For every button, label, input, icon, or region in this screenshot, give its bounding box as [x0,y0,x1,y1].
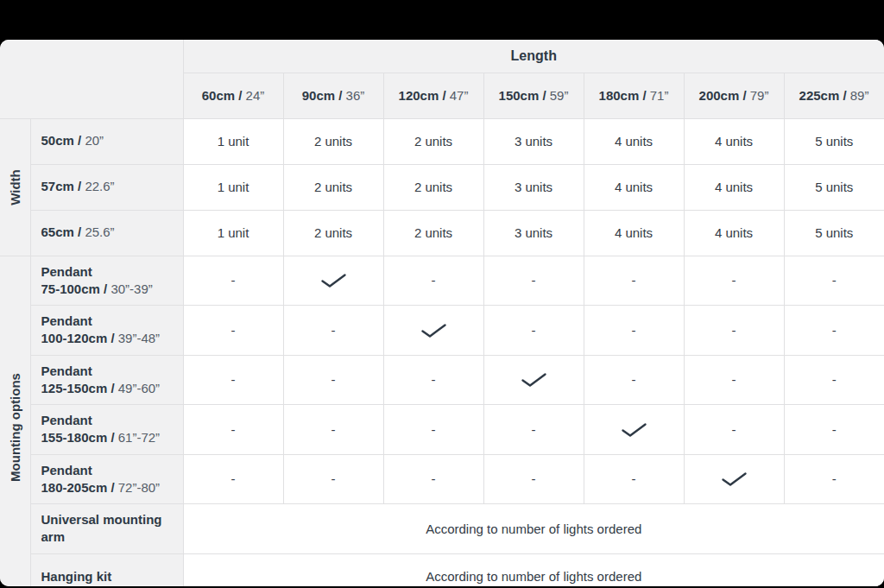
row-metric: 65cm / [41,224,82,239]
check-icon [320,273,347,288]
option-cell: - [784,256,884,306]
unit-cell: 4 units [584,118,684,164]
column-metric: 225cm / [799,88,847,103]
table-row-pendant-3: Pendant125-150cm / 49”-60” - - - - - - [0,355,884,405]
column-metric: 120cm / [399,88,446,103]
length-header-row: Length [0,40,884,73]
table-row-pendant-4: Pendant155-180cm / 61”-72” - - - - - - [0,405,884,455]
row-label: 65cm / 25.6” [30,210,183,256]
option-cell: - [483,454,584,504]
row-label: Pendant75-100cm / 30”-39” [30,256,183,306]
row-metric: 180-205cm / [41,480,115,495]
option-cell: - [283,306,383,356]
column-imperial: 79” [750,88,769,103]
table-row-hanging-kit: Hanging kit According to number of light… [0,553,884,586]
column-imperial: 71” [650,88,669,103]
row-imperial: 20” [85,133,104,148]
unit-cell: 1 unit [183,118,283,164]
row-label: Pendant180-205cm / 72”-80” [30,454,183,504]
check-icon [420,323,447,338]
mounting-axis-text: Mounting options [8,373,22,482]
row-title: Pendant [41,412,178,429]
row-metric: 57cm / [41,179,82,193]
option-cell: - [684,355,784,405]
row-title: Pendant [41,263,178,281]
table-row-pendant-1: Mounting options Pendant75-100cm / 30”-3… [0,256,884,306]
unit-cell: 4 units [584,210,684,256]
column-header: 180cm / 71” [584,73,684,118]
unit-cell: 3 units [483,164,584,210]
option-cell: - [183,306,283,356]
option-cell: - [584,355,684,405]
row-imperial: 49”-60” [118,381,160,395]
column-imperial: 89” [850,88,869,103]
check-icon [721,471,748,487]
row-imperial: 30”-39” [110,281,152,296]
unit-cell: 4 units [684,164,784,210]
unit-cell: 1 unit [183,210,283,256]
unit-cell: 2 units [383,210,483,256]
table-row-universal-mounting-arm: Universal mounting arm According to numb… [0,504,884,554]
unit-cell: 5 units [784,210,884,256]
unit-cell: 1 unit [183,164,283,210]
option-cell: - [584,454,684,504]
option-cell: - [784,405,884,455]
row-imperial: 72”-80” [118,480,160,495]
option-cell: - [784,355,884,405]
option-cell: - [383,454,483,504]
option-cell: - [383,256,483,306]
unit-cell: 2 units [283,118,383,164]
check-icon [621,422,647,438]
unit-cell: 5 units [784,118,884,164]
column-header: 225cm / 89” [784,73,884,118]
column-imperial: 24” [246,88,265,103]
option-cell: - [183,454,283,504]
row-imperial: 39”-48” [118,331,160,345]
column-metric: 200cm / [699,88,747,103]
column-metric: 90cm / [302,88,343,103]
corner-cell [0,40,183,118]
row-metric: 155-180cm / [41,430,115,445]
width-axis-label: Width [0,118,30,256]
row-label: 50cm / 20” [30,118,183,164]
accessory-value-cell: According to number of lights ordered [183,504,884,554]
mounting-axis-label: Mounting options [0,256,30,586]
column-header: 120cm / 47” [383,73,483,118]
length-axis-title: Length [183,40,884,73]
table-row-width-50: Width 50cm / 20” 1 unit 2 units 2 units … [0,118,884,164]
option-cell: - [183,355,283,405]
row-label: Pendant125-150cm / 49”-60” [30,355,183,405]
row-metric: 75-100cm / [41,281,108,296]
option-cell [584,405,684,455]
column-header: 90cm / 36” [283,73,383,118]
unit-cell: 4 units [584,164,684,210]
column-imperial: 36” [346,88,365,103]
row-label: Pendant100-120cm / 39”-48” [30,306,183,356]
option-cell: - [283,355,383,405]
column-metric: 150cm / [499,88,546,103]
option-cell: - [784,454,884,504]
table-row-width-65: 65cm / 25.6” 1 unit 2 units 2 units 3 un… [0,210,884,256]
table-row-width-57: 57cm / 22.6” 1 unit 2 units 2 units 3 un… [0,164,884,210]
row-title: Pendant [41,462,178,479]
option-cell: - [584,306,684,356]
option-cell: - [183,405,283,455]
spec-table: Length 60cm / 24” 90cm / 36” 120cm / 47”… [0,40,884,586]
option-cell: - [183,256,283,306]
row-metric: 50cm / [41,133,82,148]
row-imperial: 22.6” [85,179,114,193]
column-imperial: 59” [550,88,569,103]
option-cell: - [584,256,684,306]
unit-cell: 2 units [383,118,483,164]
row-label: Universal mounting arm [30,504,183,554]
column-header: 60cm / 24” [183,73,283,118]
option-cell: - [784,306,884,356]
option-cell [684,454,784,504]
unit-cell: 2 units [283,210,383,256]
option-cell: - [483,306,584,356]
unit-cell: 5 units [784,164,884,210]
spec-table-card: Length 60cm / 24” 90cm / 36” 120cm / 47”… [0,40,884,586]
row-metric: 125-150cm / [41,381,115,395]
table-row-pendant-2: Pendant100-120cm / 39”-48” - - - - - - [0,306,884,356]
option-cell: - [283,454,383,504]
